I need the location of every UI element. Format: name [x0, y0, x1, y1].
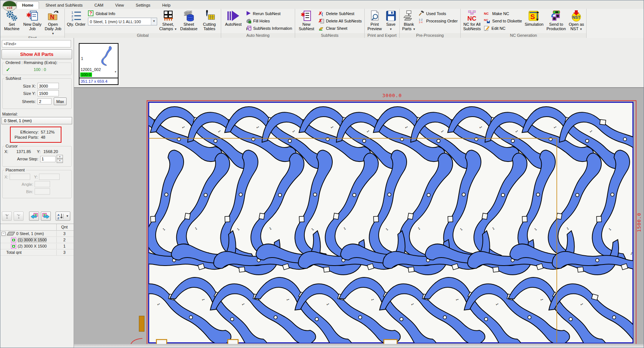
- tab-home[interactable]: Home: [17, 1, 39, 9]
- max-sheets-button[interactable]: Max: [54, 97, 67, 105]
- delete-all-subnests-button[interactable]: ✗ Delete All SubNests: [317, 17, 363, 25]
- tab-sheet-and-subnests[interactable]: Sheet and SubNests: [40, 2, 88, 9]
- sheets-tree-header: Qnt: [0, 224, 74, 231]
- group-caption-nc-generation: NC Generation: [461, 33, 587, 38]
- size-y-input[interactable]: [38, 90, 59, 96]
- part-action-button-disabled-2[interactable]: [14, 212, 24, 221]
- material-button[interactable]: 0 Steel, 1 (mm): [1, 117, 72, 124]
- send-to-production-button[interactable]: Send to Production: [545, 9, 567, 31]
- cutting-tables-button[interactable]: Cutting Tables: [199, 9, 220, 31]
- arrow-step-input[interactable]: [40, 156, 56, 162]
- global-info-icon: ?: [88, 10, 94, 17]
- tree-row-qnt: 3: [57, 250, 72, 255]
- tree-row[interactable]: Total qnt3: [0, 249, 74, 256]
- placement-angle-input[interactable]: [35, 181, 50, 187]
- sheet-database-button[interactable]: Sheet Database: [178, 9, 199, 31]
- set-machine-button[interactable]: Set Machine: [1, 9, 22, 31]
- sheet-clamps-icon: [162, 10, 174, 22]
- group-caption-global: Global: [65, 33, 221, 38]
- subnests-information-button[interactable]: i SubNests Information: [244, 25, 294, 32]
- make-nc-button[interactable]: NC Make NC: [482, 10, 524, 17]
- svg-text:i: i: [246, 26, 247, 31]
- placement-y-input[interactable]: [39, 174, 60, 180]
- tree-row-label: (2) 3000 X 1500: [18, 244, 47, 249]
- ribbon-group-pre-processing: Blank Parts ▼ Used Tools 1·23·4 Processi…: [400, 9, 461, 38]
- blank-parts-button[interactable]: Blank Parts ▼: [401, 9, 417, 31]
- make-nc-icon: NC: [484, 11, 491, 17]
- delete-subnest-button[interactable]: ✗( Delete SubNest: [317, 10, 363, 17]
- svg-text:✗: ✗: [318, 18, 322, 24]
- delete-all-subnests-icon: ✗: [318, 18, 324, 24]
- sort-az-icon: AZ: [57, 213, 65, 220]
- sheet-clamps-button[interactable]: Sheet, Clamps ▼: [158, 9, 178, 31]
- simulation-button[interactable]: S Simulation: [523, 9, 545, 27]
- dropdown-arrow-icon: ▼: [413, 28, 415, 31]
- nest-canvas[interactable]: 3000.0 1500.0: [74, 88, 644, 348]
- tree-expander-icon[interactable]: −: [1, 232, 6, 236]
- autonest-button[interactable]: AutoNest: [222, 9, 244, 27]
- new-daily-job-button[interactable]: ✱ New Daily Job: [22, 9, 43, 31]
- processing-order-button[interactable]: 1·23·4 Processing Order: [417, 17, 459, 25]
- rerun-subnest-icon: [246, 11, 251, 17]
- fill-holes-button[interactable]: Fill Holes: [244, 17, 294, 25]
- save-button[interactable]: Save▼: [383, 9, 398, 31]
- new-job-icon: ✱: [26, 10, 38, 22]
- nc-for-all-subnests-button[interactable]: NC NC for All SubNests: [462, 9, 482, 31]
- tab-view[interactable]: View: [110, 2, 129, 9]
- tree-row-label: 0 Steel, 1 (mm): [16, 231, 44, 237]
- open-as-nst-button[interactable]: NST Open as NST ▼: [567, 9, 585, 31]
- cursor-y-label: Y:: [37, 149, 40, 154]
- part-ghost-icon: [4, 213, 10, 219]
- placement-bin-input[interactable]: [35, 188, 50, 195]
- tree-row[interactable]: (2) 3000 X 15001: [0, 243, 74, 249]
- placed-parts-value: 48: [41, 135, 45, 139]
- svg-text:S: S: [530, 13, 535, 21]
- new-subnest-button[interactable]: ✱ New SubNest: [296, 9, 317, 31]
- edit-nc-button[interactable]: Edit NC: [482, 25, 524, 32]
- svg-text:3·4: 3·4: [419, 21, 422, 24]
- open-daily-job-button[interactable]: N Open Daily Job ▼: [43, 9, 63, 36]
- tab-settings[interactable]: Settings: [131, 2, 156, 9]
- part-action-button-disabled-1[interactable]: [2, 212, 12, 221]
- size-x-input[interactable]: [38, 83, 59, 89]
- sheet-icon: [11, 238, 16, 242]
- global-info-button[interactable]: ? Global Info: [86, 10, 158, 17]
- find-input[interactable]: [2, 40, 71, 47]
- placement-x-input[interactable]: [10, 174, 30, 180]
- sheets-tree: Qnt −0 Steel, 1 (mm)3(1) 3000 X 15002(2)…: [0, 224, 74, 256]
- group-caption-subnests: SubNests: [295, 33, 364, 38]
- svg-text:Z: Z: [57, 217, 59, 220]
- used-tools-button[interactable]: Used Tools: [417, 10, 459, 17]
- app-logo[interactable]: v15: [3, 1, 17, 11]
- used-tools-icon: [418, 11, 424, 17]
- tab-cam[interactable]: CAM: [89, 2, 109, 9]
- qty-order-button[interactable]: 123 Qty. Order: [66, 9, 86, 27]
- part-thumbnail: [96, 45, 117, 67]
- combo-arrow-icon[interactable]: ▼: [151, 18, 157, 25]
- arrow-step-spinner[interactable]: ▲▼: [57, 155, 63, 163]
- tab-help[interactable]: Help: [157, 2, 176, 9]
- part-index: 1: [81, 56, 83, 61]
- print-preview-button[interactable]: Print Preview: [366, 9, 383, 31]
- move-part-left-button[interactable]: [29, 212, 39, 221]
- tree-row[interactable]: (1) 3000 X 15002: [0, 237, 74, 243]
- sheet-width-dimension: 3000.0: [382, 93, 402, 98]
- blank-parts-icon: [403, 10, 415, 22]
- material-combo[interactable]: 0 Steel, 1 (mm) U:1 ALL:100 ▼: [88, 18, 157, 25]
- cutting-tables-icon: [204, 10, 215, 22]
- title-bar: v15 Home Sheet and SubNests CAM View Set…: [0, 0, 644, 9]
- send-to-diskette-button[interactable]: NC Send to Diskette: [482, 17, 524, 25]
- show-all-parts-button[interactable]: Show All Parts: [1, 49, 72, 59]
- sheets-input[interactable]: [38, 98, 52, 104]
- fill-holes-icon: [246, 18, 251, 24]
- tree-row-label: Total qnt: [6, 250, 22, 255]
- part-card[interactable]: 1 12001_002 * 100:0 351.17 x 659.4: [79, 43, 118, 85]
- move-part-right-button[interactable]: [41, 212, 51, 221]
- svg-text:(: (: [322, 12, 323, 16]
- tree-row[interactable]: −0 Steel, 1 (mm)3: [0, 231, 74, 237]
- cursor-x-label: X:: [4, 149, 8, 154]
- rerun-subnest-button[interactable]: Rerun SubNest: [244, 10, 294, 17]
- cursor-groupbox: Cursor X: 1371.85 Y: 1568.20 Arrow Step:…: [2, 146, 72, 167]
- clear-sheet-button[interactable]: Clear Sheet: [317, 25, 363, 32]
- sort-parts-button[interactable]: AZ ▼: [56, 212, 70, 221]
